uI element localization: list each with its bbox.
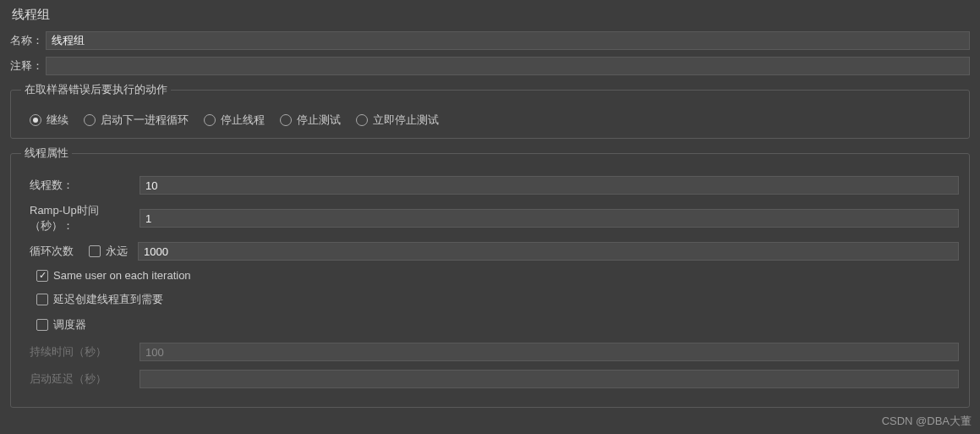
radio-stop-test-label: 停止测试: [297, 113, 341, 128]
delay-create-label: 延迟创建线程直到需要: [53, 292, 163, 307]
radio-stop-test[interactable]: 停止测试: [280, 113, 341, 128]
checkbox-icon: [89, 245, 101, 257]
radio-start-next-loop-label: 启动下一进程循环: [101, 113, 189, 128]
watermark: CSDN @DBA大董: [882, 414, 972, 429]
checkbox-icon: [36, 319, 48, 331]
startup-delay-input: [140, 370, 959, 388]
loop-count-input[interactable]: [138, 242, 959, 261]
radio-stop-test-now[interactable]: 立即停止测试: [356, 113, 439, 128]
error-action-fieldset: 在取样器错误后要执行的动作 继续 启动下一进程循环 停止线程 停止测试 立即停止…: [10, 82, 970, 139]
same-user-label: Same user on each iteration: [53, 269, 191, 282]
loop-count-label: 循环次数: [30, 244, 89, 259]
radio-icon: [84, 114, 96, 126]
error-action-legend: 在取样器错误后要执行的动作: [21, 82, 171, 97]
thread-properties-fieldset: 线程属性 线程数： Ramp-Up时间（秒）： 循环次数 永远 Same use…: [10, 146, 970, 408]
same-user-checkbox[interactable]: Same user on each iteration: [36, 269, 191, 282]
thread-properties-legend: 线程属性: [21, 146, 72, 161]
radio-stop-test-now-label: 立即停止测试: [373, 113, 439, 128]
startup-delay-label: 启动延迟（秒）: [30, 371, 140, 387]
threads-input[interactable]: [140, 176, 959, 195]
comment-label: 注释：: [10, 58, 46, 74]
checkbox-icon: [36, 270, 48, 282]
radio-icon: [356, 114, 368, 126]
checkbox-icon: [36, 294, 48, 305]
radio-stop-thread[interactable]: 停止线程: [204, 113, 265, 128]
duration-input: [140, 343, 959, 361]
radio-continue[interactable]: 继续: [30, 113, 68, 128]
forever-checkbox[interactable]: 永远: [89, 244, 128, 259]
rampup-input[interactable]: [140, 209, 959, 228]
radio-icon: [280, 114, 292, 126]
name-input[interactable]: [46, 31, 970, 50]
radio-icon: [30, 114, 41, 126]
delay-create-checkbox[interactable]: 延迟创建线程直到需要: [36, 292, 163, 307]
name-label: 名称：: [10, 33, 46, 48]
comment-input[interactable]: [46, 57, 970, 75]
forever-label: 永远: [106, 244, 128, 259]
radio-continue-label: 继续: [47, 113, 68, 128]
radio-icon: [204, 114, 216, 126]
rampup-label: Ramp-Up时间（秒）：: [30, 203, 140, 233]
duration-label: 持续时间（秒）: [30, 344, 140, 360]
radio-stop-thread-label: 停止线程: [221, 113, 265, 128]
scheduler-label: 调度器: [53, 317, 86, 332]
page-title: 线程组: [10, 7, 970, 23]
threads-label: 线程数：: [30, 178, 140, 193]
scheduler-checkbox[interactable]: 调度器: [36, 317, 86, 332]
radio-start-next-loop[interactable]: 启动下一进程循环: [84, 113, 189, 128]
